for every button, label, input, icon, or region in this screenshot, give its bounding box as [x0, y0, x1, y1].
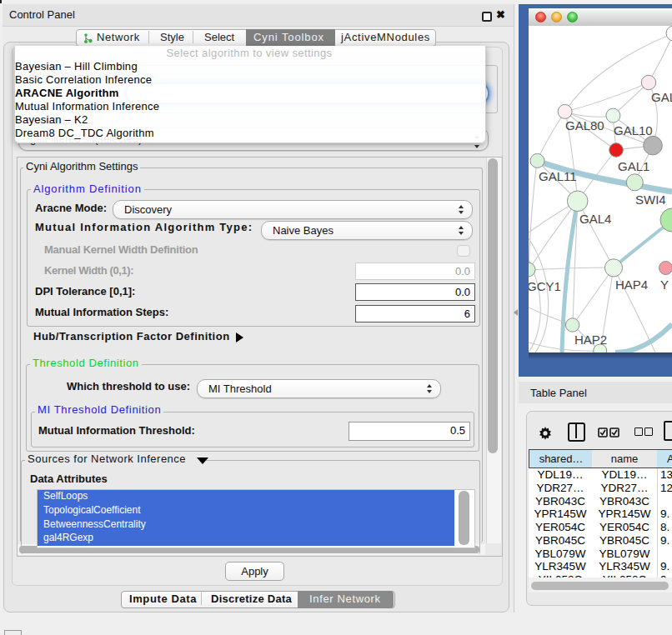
svg-text:HAP4: HAP4 — [615, 278, 648, 292]
svg-text:SWI4: SWI4 — [635, 192, 666, 207]
svg-text:GAL2: GAL2 — [651, 90, 672, 104]
svg-text:Y: Y — [660, 278, 669, 292]
svg-text:GAL1: GAL1 — [618, 159, 649, 173]
svg-text:GAL10: GAL10 — [614, 123, 653, 138]
svg-text:GAL4: GAL4 — [579, 212, 611, 226]
svg-text:HAP2: HAP2 — [574, 332, 607, 347]
svg-text:GCY1: GCY1 — [529, 279, 561, 293]
svg-text:GAL80: GAL80 — [565, 118, 604, 132]
svg-text:GAL11: GAL11 — [539, 169, 577, 183]
